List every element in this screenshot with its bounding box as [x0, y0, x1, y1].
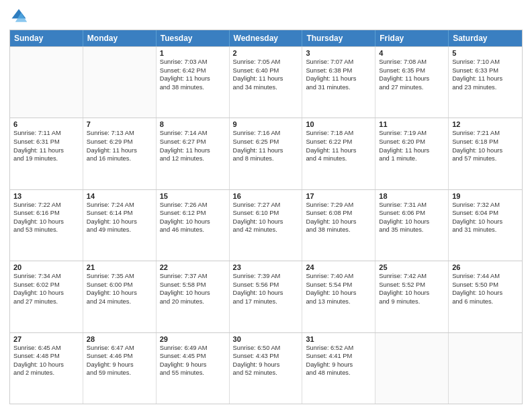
cell-line: Daylight: 9 hours [160, 361, 226, 369]
cell-line: and 12 minutes. [160, 154, 226, 163]
cell-line: Sunset: 6:31 PM [13, 138, 79, 146]
cell-line: and 59 minutes. [87, 369, 152, 377]
cal-cell-19: 19Sunrise: 7:32 AMSunset: 6:04 PMDayligh… [449, 190, 522, 261]
cell-line: Sunset: 5:54 PM [306, 281, 371, 289]
cell-line: Sunset: 4:46 PM [87, 352, 152, 361]
cell-line: Sunrise: 7:10 AM [452, 58, 519, 66]
day-number: 8 [160, 120, 226, 128]
logo [9, 7, 31, 26]
day-number: 6 [13, 120, 79, 128]
day-number: 9 [233, 120, 299, 128]
cell-line: Daylight: 10 hours [13, 289, 79, 298]
cell-line: and 46 minutes. [160, 226, 226, 234]
cal-cell-empty [10, 47, 83, 118]
cal-cell-1: 1Sunrise: 7:03 AMSunset: 6:42 PMDaylight… [157, 47, 230, 118]
day-number: 19 [452, 192, 519, 200]
cell-line: Sunset: 4:45 PM [160, 352, 226, 361]
cal-cell-12: 12Sunrise: 7:21 AMSunset: 6:18 PMDayligh… [449, 118, 522, 189]
cal-cell-27: 27Sunrise: 6:45 AMSunset: 4:48 PMDayligh… [10, 333, 83, 404]
cell-line: Sunset: 6:14 PM [87, 209, 152, 218]
cal-cell-15: 15Sunrise: 7:26 AMSunset: 6:12 PMDayligh… [157, 190, 230, 261]
cell-line: Sunset: 6:06 PM [379, 209, 445, 218]
day-number: 10 [306, 120, 371, 128]
cell-line: Sunset: 6:29 PM [87, 138, 152, 146]
cell-line: Sunset: 5:56 PM [233, 281, 299, 289]
cal-cell-21: 21Sunrise: 7:35 AMSunset: 6:00 PMDayligh… [83, 261, 157, 332]
cell-line: Daylight: 11 hours [306, 75, 371, 83]
day-number: 13 [13, 192, 79, 200]
cell-line: and 35 minutes. [379, 226, 445, 234]
cell-line: Sunrise: 7:32 AM [452, 201, 519, 210]
cell-line: and 42 minutes. [233, 226, 299, 234]
cal-cell-17: 17Sunrise: 7:29 AMSunset: 6:08 PMDayligh… [302, 190, 375, 261]
cal-row-2: 6Sunrise: 7:11 AMSunset: 6:31 PMDaylight… [10, 118, 522, 189]
cell-line: and 48 minutes. [306, 369, 371, 377]
day-number: 5 [452, 49, 519, 57]
day-number: 7 [87, 120, 152, 128]
cell-line: Sunrise: 7:11 AM [13, 129, 79, 138]
cal-cell-25: 25Sunrise: 7:42 AMSunset: 5:52 PMDayligh… [375, 261, 449, 332]
day-number: 27 [13, 335, 79, 343]
cell-line: Sunrise: 7:07 AM [306, 58, 371, 66]
cal-cell-7: 7Sunrise: 7:13 AMSunset: 6:29 PMDaylight… [83, 118, 157, 189]
cell-line: and 52 minutes. [233, 369, 299, 377]
cell-line: Daylight: 11 hours [379, 75, 445, 83]
cell-line: and 38 minutes. [160, 83, 226, 92]
cell-line: and 38 minutes. [306, 226, 371, 234]
header-day-sunday: Sunday [10, 30, 83, 46]
cell-line: Sunset: 5:52 PM [379, 281, 445, 289]
cell-line: Sunrise: 7:37 AM [160, 272, 226, 281]
cell-line: Sunset: 4:48 PM [13, 352, 79, 361]
cell-line: Sunrise: 6:52 AM [306, 344, 371, 353]
cal-cell-31: 31Sunrise: 6:52 AMSunset: 4:41 PMDayligh… [302, 333, 375, 404]
cell-line: Sunrise: 7:29 AM [306, 201, 371, 210]
calendar: SundayMondayTuesdayWednesdayThursdayFrid… [9, 30, 523, 404]
cell-line: Sunset: 6:35 PM [379, 66, 445, 75]
cell-line: Sunset: 6:10 PM [233, 209, 299, 218]
day-number: 15 [160, 192, 226, 200]
day-number: 1 [160, 49, 226, 57]
cal-cell-16: 16Sunrise: 7:27 AMSunset: 6:10 PMDayligh… [230, 190, 303, 261]
cell-line: Sunrise: 6:45 AM [13, 344, 79, 353]
cell-line: Daylight: 10 hours [452, 289, 519, 298]
cal-cell-empty [83, 47, 157, 118]
cal-cell-empty [375, 333, 449, 404]
cell-line: Sunset: 6:16 PM [13, 209, 79, 218]
cal-cell-8: 8Sunrise: 7:14 AMSunset: 6:27 PMDaylight… [157, 118, 230, 189]
cell-line: Daylight: 11 hours [160, 75, 226, 83]
cell-line: Daylight: 11 hours [233, 146, 299, 155]
cal-cell-22: 22Sunrise: 7:37 AMSunset: 5:58 PMDayligh… [157, 261, 230, 332]
calendar-body: 1Sunrise: 7:03 AMSunset: 6:42 PMDaylight… [10, 46, 522, 404]
cell-line: and 17 minutes. [233, 298, 299, 306]
cal-cell-11: 11Sunrise: 7:19 AMSunset: 6:20 PMDayligh… [375, 118, 449, 189]
cell-line: Daylight: 11 hours [306, 146, 371, 155]
cell-line: Sunset: 6:12 PM [160, 209, 226, 218]
cell-line: Daylight: 9 hours [233, 361, 299, 369]
cell-line: Sunrise: 7:39 AM [233, 272, 299, 281]
cell-line: Daylight: 10 hours [452, 146, 519, 155]
cal-row-4: 20Sunrise: 7:34 AMSunset: 6:02 PMDayligh… [10, 261, 522, 332]
cell-line: Sunrise: 7:26 AM [160, 201, 226, 210]
cell-line: Daylight: 11 hours [379, 146, 445, 155]
cell-line: Sunrise: 7:16 AM [233, 129, 299, 138]
calendar-header: SundayMondayTuesdayWednesdayThursdayFrid… [10, 30, 522, 46]
cal-cell-30: 30Sunrise: 6:50 AMSunset: 4:43 PMDayligh… [230, 333, 303, 404]
page: SundayMondayTuesdayWednesdayThursdayFrid… [0, 0, 532, 411]
cal-cell-6: 6Sunrise: 7:11 AMSunset: 6:31 PMDaylight… [10, 118, 83, 189]
cell-line: Sunrise: 7:40 AM [306, 272, 371, 281]
cell-line: Sunrise: 7:44 AM [452, 272, 519, 281]
cell-line: Sunrise: 7:35 AM [87, 272, 152, 281]
cell-line: Sunset: 5:50 PM [452, 281, 519, 289]
cell-line: Sunset: 6:02 PM [13, 281, 79, 289]
cell-line: and 4 minutes. [306, 154, 371, 163]
day-number: 4 [379, 49, 445, 57]
cell-line: Sunrise: 7:27 AM [233, 201, 299, 210]
cell-line: Daylight: 10 hours [379, 218, 445, 226]
cell-line: and 34 minutes. [233, 83, 299, 92]
header-day-thursday: Thursday [302, 30, 375, 46]
cell-line: and 27 minutes. [379, 83, 445, 92]
cal-cell-empty [449, 333, 522, 404]
cell-line: and 2 minutes. [13, 369, 79, 377]
cell-line: Daylight: 10 hours [233, 218, 299, 226]
cell-line: Sunrise: 7:34 AM [13, 272, 79, 281]
